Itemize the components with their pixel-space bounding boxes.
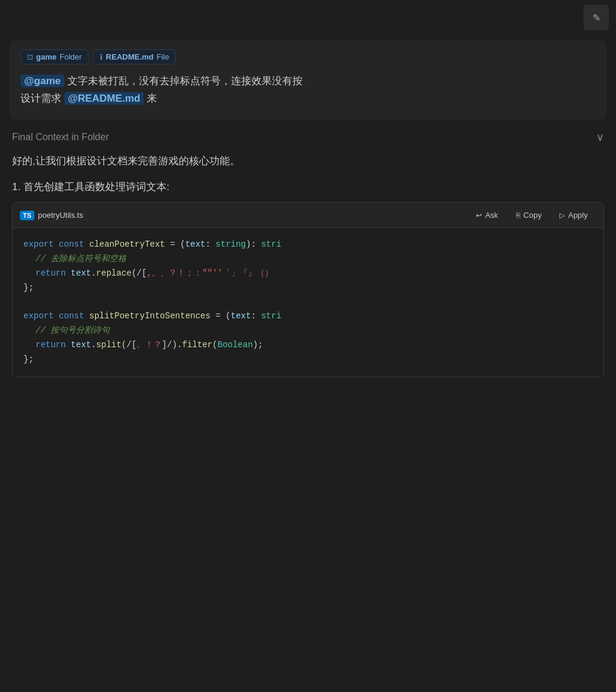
apply-button[interactable]: ▷ Apply — [551, 208, 596, 223]
section-title: Final Context in Folder — [12, 132, 109, 143]
ask-icon: ↩ — [476, 211, 482, 220]
message-text-2: 设计需求 — [20, 93, 64, 104]
mention-game[interactable]: @game — [20, 75, 64, 87]
apply-label: Apply — [568, 211, 588, 220]
copy-button[interactable]: ⎘ Copy — [508, 208, 550, 223]
code-line-6: export const splitPoetryIntoSentences = … — [23, 309, 593, 324]
tag-row: ⊡ game Folder ℹ README.md File — [20, 49, 596, 64]
message-text-3: 来 — [147, 93, 157, 104]
readme-file-tag[interactable]: ℹ README.md File — [93, 49, 176, 64]
final-context-header[interactable]: Final Context in Folder ∨ — [0, 120, 616, 152]
filename: poetryUtils.ts — [38, 211, 83, 220]
code-block-poetryutils: TS poetryUtils.ts ↩ Ask ⎘ Copy ▷ Apply e… — [12, 202, 604, 377]
code-line-7: // 按句号分割诗句 — [23, 324, 593, 338]
code-line-9: }; — [23, 353, 593, 367]
response-intro: 好的,让我们根据设计文档来完善游戏的核心功能。 — [12, 152, 604, 171]
mention-readme[interactable]: @README.md — [64, 92, 144, 105]
prompt-message: @game 文字未被打乱，没有去掉标点符号，连接效果没有按 设计需求 @READ… — [20, 73, 596, 108]
prompt-card: ⊡ game Folder ℹ README.md File @game 文字未… — [10, 40, 606, 120]
chevron-down-icon: ∨ — [596, 131, 604, 144]
copy-label: Copy — [523, 211, 541, 220]
message-text-1: 文字未被打乱，没有去掉标点符号，连接效果没有按 — [67, 75, 303, 87]
edit-icon-button[interactable]: ✎ — [584, 5, 609, 30]
code-actions: ↩ Ask ⎘ Copy ▷ Apply — [467, 208, 596, 223]
tag-name-game: game — [36, 52, 57, 61]
step1-text: 1. 首先创建工具函数处理诗词文本: — [12, 180, 604, 194]
ts-badge: TS — [20, 211, 34, 220]
file-label: TS poetryUtils.ts — [20, 211, 83, 220]
code-line-3: return text.replace(/[,。、？！；：""''「」『』（） — [23, 267, 593, 281]
game-folder-tag[interactable]: ⊡ game Folder — [20, 49, 88, 64]
tag-type-folder: Folder — [60, 52, 82, 61]
code-line-4: }; — [23, 281, 593, 295]
copy-icon: ⎘ — [516, 211, 520, 220]
code-line-8: return text.split(/[。！？]/).filter(Boolea… — [23, 338, 593, 353]
code-block-header: TS poetryUtils.ts ↩ Ask ⎘ Copy ▷ Apply — [13, 203, 603, 228]
ask-button[interactable]: ↩ Ask — [467, 208, 507, 223]
folder-icon: ⊡ — [27, 53, 33, 61]
response-area: 好的,让我们根据设计文档来完善游戏的核心功能。 1. 首先创建工具函数处理诗词文… — [0, 152, 616, 377]
code-body: export const cleanPoetryText = (text: st… — [13, 228, 603, 376]
info-icon: ℹ — [100, 53, 103, 61]
edit-icon: ✎ — [593, 12, 600, 23]
code-line-5 — [23, 295, 593, 310]
code-line-1: export const cleanPoetryText = (text: st… — [23, 238, 593, 252]
ask-label: Ask — [485, 211, 498, 220]
tag-name-readme: README.md — [106, 52, 153, 61]
top-bar: ✎ — [0, 0, 616, 35]
tag-type-file: File — [156, 52, 169, 61]
apply-icon: ▷ — [559, 211, 565, 220]
code-line-2: // 去除标点符号和空格 — [23, 252, 593, 267]
